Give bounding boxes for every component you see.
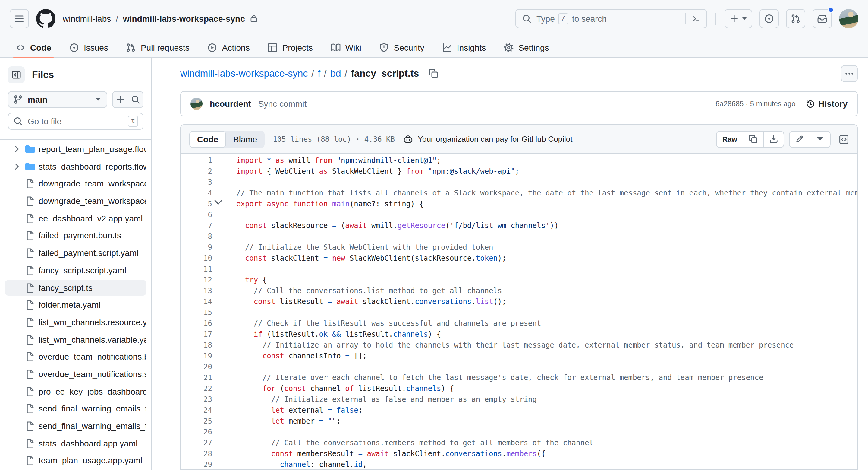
commit-sha-time[interactable]: 6a28685 · 5 minutes ago [715, 99, 796, 108]
line-number[interactable]: 15 [181, 307, 212, 318]
tab-settings[interactable]: Settings [495, 37, 557, 57]
edit-dropdown-button[interactable] [809, 131, 830, 147]
terminal-icon[interactable] [691, 14, 701, 24]
tab-blame-view[interactable]: Blame [226, 134, 264, 144]
line-number[interactable]: 1 [181, 155, 212, 166]
tree-item[interactable]: stats_dashboard.app.yaml [5, 435, 147, 451]
branch-selector[interactable]: main [8, 91, 107, 108]
chevron-right-icon[interactable] [12, 145, 22, 153]
more-options-button[interactable] [841, 65, 858, 82]
fold-toggle[interactable] [212, 199, 224, 206]
line-number[interactable]: 23 [181, 394, 212, 405]
tree-item[interactable]: list_wm_channels.variable.yaml [5, 331, 147, 347]
line-number[interactable]: 7 [181, 220, 212, 231]
tree-item[interactable]: failed_payment.script.yaml [5, 245, 147, 261]
line-number[interactable]: 2 [181, 166, 212, 177]
hamburger-button[interactable] [10, 9, 29, 28]
line-number[interactable]: 25 [181, 416, 212, 427]
tree-item[interactable]: pro_ee_key_jobs_dashboard.a… [5, 383, 147, 399]
line-number[interactable]: 19 [181, 351, 212, 361]
org-link[interactable]: windmill-labs [63, 14, 111, 24]
tree-item[interactable]: report_team_plan_usage.flow [5, 141, 147, 157]
commit-message[interactable]: Sync commit [258, 99, 307, 109]
issues-nav-button[interactable] [760, 9, 779, 28]
line-number[interactable]: 10 [181, 253, 212, 264]
breadcrumb-folder-link[interactable]: f [318, 68, 320, 79]
breadcrumb-file-name: fancy_script.ts [351, 68, 419, 79]
tree-item[interactable]: fancy_script.script.yaml [5, 262, 147, 278]
line-number[interactable]: 26 [181, 427, 212, 437]
tree-item[interactable]: overdue_team_notifications.scr… [5, 366, 147, 382]
tab-insights[interactable]: Insights [434, 37, 495, 57]
line-number[interactable]: 5 [181, 199, 212, 209]
file-icon [25, 196, 35, 206]
line-number[interactable]: 8 [181, 231, 212, 242]
tab-security[interactable]: Security [371, 37, 433, 57]
line-number[interactable]: 28 [181, 448, 212, 459]
line-number[interactable]: 4 [181, 188, 212, 199]
tree-item[interactable]: folder.meta.yaml [5, 297, 147, 313]
line-number[interactable]: 24 [181, 405, 212, 416]
chevron-right-icon[interactable] [12, 163, 22, 170]
search-tree-button[interactable] [128, 92, 143, 108]
line-number[interactable]: 27 [181, 437, 212, 448]
history-button[interactable]: History [805, 99, 847, 109]
copy-file-button[interactable] [743, 131, 763, 147]
collapse-sidebar-button[interactable] [8, 66, 25, 83]
line-number[interactable]: 3 [181, 177, 212, 188]
user-avatar[interactable] [839, 9, 858, 28]
download-button[interactable] [763, 131, 784, 147]
tree-item[interactable]: failed_payment.bun.ts [5, 228, 147, 243]
line-number[interactable]: 11 [181, 264, 212, 274]
tab-code-view[interactable]: Code [189, 130, 226, 148]
commit-author[interactable]: hcourdent [210, 99, 251, 109]
line-number[interactable]: 16 [181, 318, 212, 329]
breadcrumb-folder-link[interactable]: bd [330, 68, 341, 79]
tab-projects[interactable]: Projects [259, 37, 321, 57]
tree-item[interactable]: stats_dashboard_reports.flow [5, 158, 147, 174]
add-file-button[interactable] [113, 92, 128, 108]
line-number[interactable]: 6 [181, 209, 212, 220]
tree-item[interactable]: ee_dashboard_v2.app.yaml [5, 211, 147, 226]
tree-item[interactable]: send_final_warning_emails_to_… [5, 401, 147, 417]
file-icon [25, 179, 35, 188]
tab-wiki[interactable]: Wiki [322, 37, 370, 57]
repo-link[interactable]: windmill-labs-workspace-sync [123, 14, 245, 24]
global-search-input[interactable]: Type / to search [516, 9, 707, 28]
tree-item[interactable]: downgrade_team_workspace.ts [5, 193, 147, 209]
breadcrumb-repo-link[interactable]: windmill-labs-workspace-sync [180, 68, 308, 79]
github-logo-icon[interactable] [36, 9, 56, 28]
line-number[interactable]: 29 [181, 459, 212, 469]
line-number[interactable]: 13 [181, 285, 212, 296]
raw-button[interactable]: Raw [717, 131, 743, 147]
go-to-file-input[interactable]: Go to file t [8, 113, 144, 130]
line-number[interactable]: 12 [181, 274, 212, 285]
tab-actions[interactable]: Actions [199, 37, 258, 57]
line-number[interactable]: 20 [181, 361, 212, 372]
symbols-panel-button[interactable] [835, 130, 852, 148]
search-icon [13, 116, 23, 126]
copilot-note-text[interactable]: Your organization can pay for GitHub Cop… [418, 135, 572, 144]
line-number[interactable]: 17 [181, 329, 212, 340]
tree-item[interactable]: list_wm_channels.resource.yaml [5, 314, 147, 330]
line-number[interactable]: 21 [181, 372, 212, 383]
line-number[interactable]: 9 [181, 242, 212, 253]
tree-item[interactable]: fancy_script.ts [5, 280, 147, 295]
tree-item[interactable]: overdue_team_notifications.bu… [5, 349, 147, 365]
tab-pull-requests[interactable]: Pull requests [118, 37, 198, 57]
tab-issues[interactable]: Issues [61, 37, 117, 57]
line-number[interactable]: 14 [181, 296, 212, 307]
tree-item[interactable]: downgrade_team_workspace.s… [5, 176, 147, 192]
line-number[interactable]: 18 [181, 340, 212, 351]
code-line: 26 [181, 427, 857, 437]
create-new-button[interactable] [724, 9, 752, 28]
tree-item-label: fancy_script.ts [38, 283, 93, 292]
tab-code[interactable]: Code [7, 37, 60, 57]
tree-item[interactable]: send_final_warning_emails_to_… [5, 418, 147, 434]
line-number[interactable]: 22 [181, 383, 212, 394]
commit-author-avatar[interactable] [190, 98, 203, 110]
copy-path-icon[interactable] [429, 69, 438, 79]
pull-requests-nav-button[interactable] [786, 9, 805, 28]
edit-file-button[interactable] [789, 131, 809, 147]
tree-item[interactable]: team_plan_usage.app.yaml [5, 453, 147, 469]
